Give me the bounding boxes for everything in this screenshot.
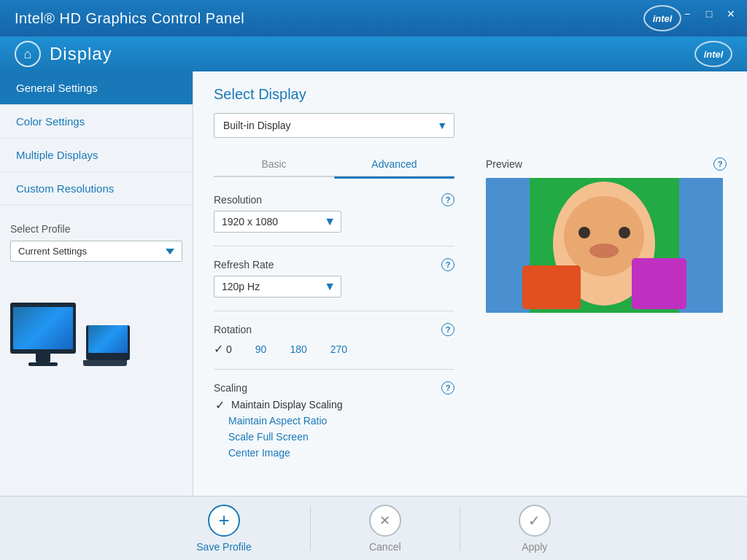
home-icon: ⌂: [24, 47, 32, 62]
bottom-btn-group: + Save Profile ✕ Cancel ✓ Apply: [0, 499, 747, 559]
select-display-title: Select Display: [214, 86, 727, 103]
resolution-label: Resolution: [214, 194, 262, 206]
header-intel-logo: intel: [694, 41, 732, 67]
sidebar-item-custom[interactable]: Custom Resolutions: [0, 172, 193, 206]
rotation-270[interactable]: 270: [330, 343, 347, 355]
sidebar: General Settings Color Settings Multiple…: [0, 71, 193, 496]
preview-header: Preview ?: [486, 158, 727, 171]
monitor-stand: [36, 354, 50, 362]
scaling-maintain-aspect[interactable]: Maintain Aspect Ratio: [214, 415, 727, 427]
preview-photo: [486, 178, 723, 313]
header-title: Display: [50, 44, 112, 64]
laptop-body: [83, 360, 127, 366]
header-bar: ⌂ Display intel: [0, 36, 747, 71]
monitor-illustration: [0, 288, 193, 378]
resolution-label-row: Resolution ?: [214, 193, 454, 206]
scaling-scale-full[interactable]: Scale Full Screen: [214, 431, 727, 443]
minimize-button[interactable]: −: [677, 6, 697, 22]
refresh-rate-select[interactable]: 120p Hz 60 Hz 144 Hz: [214, 276, 341, 298]
resolution-select[interactable]: 1920 x 1080 1280 x 720 1600 x 900 3840 x…: [214, 211, 341, 233]
refresh-rate-label: Refresh Rate: [214, 259, 274, 271]
tab-track: Basic Advanced: [214, 152, 454, 177]
cancel-label: Cancel: [369, 541, 401, 553]
save-profile-button[interactable]: + Save Profile: [167, 499, 280, 559]
tab-advanced[interactable]: Advanced: [334, 152, 454, 176]
preview-help-icon[interactable]: ?: [713, 158, 727, 171]
preview-title: Preview: [486, 158, 522, 170]
rotation-help-icon[interactable]: ?: [441, 323, 454, 336]
basic-advanced-toggle: Basic Advanced: [214, 152, 454, 177]
divider-3: [214, 369, 454, 370]
sidebar-item-multiple[interactable]: Multiple Displays: [0, 139, 193, 172]
sidebar-nav: General Settings Color Settings Multiple…: [0, 71, 193, 206]
rotation-label-row: Rotation ?: [214, 323, 454, 336]
profile-select-wrapper: Current Settings: [10, 241, 182, 262]
preview-section: Preview ?: [486, 158, 727, 313]
scaling-label-row: Scaling ?: [214, 381, 454, 394]
display-select-wrapper: Built-in Display External Display ▼: [214, 113, 454, 138]
rotation-90[interactable]: 90: [255, 343, 267, 355]
rotation-0[interactable]: ✓ 0: [214, 342, 232, 356]
select-profile-section: Select Profile Current Settings: [0, 211, 193, 273]
save-profile-label: Save Profile: [196, 541, 251, 553]
monitor-display-large: [13, 307, 73, 349]
cancel-icon: ✕: [369, 505, 401, 537]
apply-button[interactable]: ✓ Apply: [489, 499, 580, 559]
resolution-help-icon[interactable]: ?: [441, 193, 454, 206]
resolution-select-wrapper: 1920 x 1080 1280 x 720 1600 x 900 3840 x…: [214, 211, 341, 233]
window-controls: − □ ✕: [677, 6, 741, 22]
title-bar-left: Intel® HD Graphics Control Panel: [15, 10, 244, 27]
save-profile-icon: +: [208, 505, 240, 537]
display-select[interactable]: Built-in Display External Display: [214, 113, 454, 138]
tab-basic[interactable]: Basic: [214, 152, 334, 176]
refresh-rate-help-icon[interactable]: ?: [441, 258, 454, 271]
monitor-screen-large: [10, 303, 76, 354]
maintain-display-check: ✓: [214, 399, 225, 411]
bottom-bar: + Save Profile ✕ Cancel ✓ Apply: [0, 496, 747, 560]
scaling-center-image[interactable]: Center Image: [214, 447, 727, 459]
cancel-button[interactable]: ✕ Cancel: [340, 499, 430, 559]
divider-1: [214, 246, 454, 246]
sidebar-item-color[interactable]: Color Settings: [0, 105, 193, 139]
monitor-base: [28, 362, 58, 366]
apply-label: Apply: [522, 541, 547, 553]
refresh-label-row: Refresh Rate ?: [214, 258, 454, 271]
bottom-divider-2: [460, 507, 460, 551]
scaling-options: ✓ Maintain Display Scaling Maintain Aspe…: [214, 399, 727, 459]
apply-icon: ✓: [519, 505, 551, 537]
home-button[interactable]: ⌂: [15, 41, 41, 67]
scaling-help-icon[interactable]: ?: [441, 381, 454, 394]
sidebar-item-general[interactable]: General Settings: [0, 71, 193, 105]
title-intel-logo: intel: [643, 5, 681, 31]
rotation-row: Rotation ? ✓ 0 90 180 270: [214, 323, 727, 356]
select-profile-label: Select Profile: [10, 223, 182, 235]
rotation-180[interactable]: 180: [290, 343, 306, 355]
monitor-desktop: [10, 303, 76, 366]
rotation-options: ✓ 0 90 180 270: [214, 342, 727, 356]
profile-select[interactable]: Current Settings: [10, 241, 182, 262]
content-area: Select Display Built-in Display External…: [193, 71, 747, 496]
maximize-button[interactable]: □: [699, 6, 719, 22]
main-layout: General Settings Color Settings Multiple…: [0, 71, 747, 496]
divider-2: [214, 311, 454, 311]
laptop-display: [88, 325, 128, 353]
rotation-0-check: ✓: [214, 342, 223, 356]
preview-image: [486, 178, 723, 313]
scaling-label: Scaling: [214, 382, 247, 394]
scaling-row: Scaling ? ✓ Maintain Display Scaling Mai…: [214, 381, 727, 459]
scaling-maintain-display[interactable]: ✓ Maintain Display Scaling: [214, 399, 727, 411]
app-title: Intel® HD Graphics Control Panel: [15, 10, 244, 27]
close-button[interactable]: ✕: [721, 6, 741, 22]
refresh-select-wrapper: 120p Hz 60 Hz 144 Hz ▼: [214, 276, 341, 298]
title-bar: Intel® HD Graphics Control Panel intel −…: [0, 0, 747, 36]
tab-slider: [334, 176, 454, 179]
monitor-laptop: [83, 322, 130, 366]
laptop-screen: [86, 325, 130, 360]
rotation-label: Rotation: [214, 324, 252, 335]
bottom-divider-1: [310, 507, 311, 551]
